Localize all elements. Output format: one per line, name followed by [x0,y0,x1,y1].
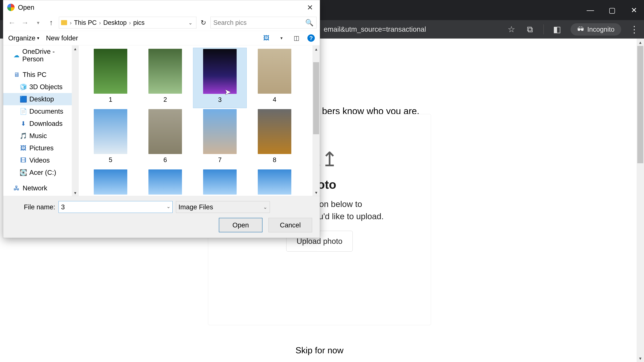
scroll-down-icon[interactable]: ▾ [636,355,644,362]
file-item-7[interactable]: 7 [193,108,247,168]
tree-label: Network [23,184,47,192]
window-close-button[interactable]: ✕ [629,5,639,15]
scroll-up-icon[interactable]: ▴ [72,45,78,52]
open-button[interactable]: Open [219,218,262,232]
crumb-pics[interactable]: pics [132,19,146,26]
file-label: 7 [218,156,222,164]
address-bar-text[interactable]: email&utm_source=transactional [324,25,426,33]
tree-item-desktop[interactable]: 🟦Desktop [3,93,78,105]
page-scrollbar[interactable]: ▴ ▾ [636,38,644,362]
divider [544,24,544,34]
nav-forward-button[interactable]: → [20,17,30,28]
chevron-down-icon[interactable]: ⌄ [166,203,170,209]
dialog-footer: File name: ⌄ Image Files ⌄ Open Cancel [3,196,320,238]
file-type-filter[interactable]: Image Files ⌄ [176,201,270,213]
tree-item-downloads[interactable]: ⬇Downloads [3,117,78,130]
view-mode-dropdown[interactable]: ▾ [277,35,286,41]
thumbnail-icon [203,109,237,154]
file-item-6[interactable]: 6 [138,108,192,168]
refresh-button[interactable]: ↻ [199,19,208,26]
tree-scrollbar[interactable]: ▴ ▾ [72,45,78,196]
incognito-indicator[interactable]: 🕶 Incognito [570,23,621,35]
view-mode-button[interactable]: 🖼 [262,35,270,41]
dialog-toolbar: Organize ▾ New folder 🖼 ▾ ◫ ? [3,31,320,45]
scroll-up-icon[interactable]: ▴ [636,38,644,46]
document-icon: 📄 [20,108,27,115]
file-name-input[interactable] [58,201,172,213]
new-folder-button[interactable]: New folder [46,34,78,42]
scroll-down-icon[interactable]: ▾ [72,190,78,196]
file-open-dialog: Open ✕ ← → ▾ ↑ › This PC › Desktop › pic… [3,0,320,238]
tree-label: Music [29,132,47,140]
tree-item-music[interactable]: 🎵Music [3,130,78,142]
tree-item-onedrive[interactable]: ☁OneDrive - Person [3,45,78,65]
dialog-nav-row: ← → ▾ ↑ › This PC › Desktop › pics ⌄ ↻ 🔍 [3,14,320,31]
search-icon[interactable]: 🔍 [305,19,314,27]
nav-back-button[interactable]: ← [6,17,17,28]
breadcrumb[interactable]: › This PC › Desktop › pics ⌄ [59,17,196,28]
file-item-3[interactable]: 3 [193,48,247,108]
tree-label: Pictures [29,144,54,152]
file-item-1[interactable]: 1 [84,48,137,108]
incognito-label: Incognito [587,26,614,33]
window-minimize-button[interactable]: — [585,5,595,15]
folder-icon [61,20,67,25]
download-icon: ⬇ [20,120,27,127]
dialog-body: ☁OneDrive - Person 🖥This PC 🧊3D Objects … [3,45,320,196]
cancel-button[interactable]: Cancel [268,218,312,232]
scroll-down-icon[interactable]: ▾ [312,189,320,196]
dialog-close-button[interactable]: ✕ [304,3,316,12]
search-box[interactable]: 🔍 [210,17,316,28]
file-grid-pane: 1 2 3 4 5 6 7 8 ▴ ▾ [79,45,320,196]
scroll-up-icon[interactable]: ▴ [312,45,320,53]
side-panel-icon[interactable]: ◧ [552,24,562,34]
scroll-thumb[interactable] [313,62,319,134]
tree-item-videos[interactable]: 🎞Videos [3,154,78,166]
chevron-right-icon[interactable]: › [70,19,72,26]
crumb-dropdown-icon[interactable]: ⌄ [187,20,194,26]
crumb-this-pc[interactable]: This PC [73,19,98,26]
tree-item-3d-objects[interactable]: 🧊3D Objects [3,81,78,93]
thumbnail-icon [203,169,237,195]
folder-tree: ☁OneDrive - Person 🖥This PC 🧊3D Objects … [3,45,79,196]
network-icon: 🖧 [13,185,20,192]
file-name-label: File name: [10,203,55,211]
window-maximize-button[interactable]: ▢ [607,5,617,15]
files-scrollbar[interactable]: ▴ ▾ [312,45,320,196]
search-input[interactable] [213,19,305,26]
tree-item-pictures[interactable]: 🖼Pictures [3,142,78,154]
tree-label: Acer (C:) [29,169,56,176]
nav-up-button[interactable]: ↑ [46,17,56,28]
cloud-icon: ☁ [13,52,20,59]
file-item-4[interactable]: 4 [248,48,301,108]
chevron-right-icon[interactable]: › [129,19,131,26]
drive-icon: 💽 [20,169,27,176]
organize-menu[interactable]: Organize ▾ [8,34,39,42]
crumb-desktop[interactable]: Desktop [102,19,128,26]
tree-label: Desktop [29,95,54,103]
file-item-2[interactable]: 2 [138,48,192,108]
help-button[interactable]: ? [308,34,315,42]
preview-pane-button[interactable]: ◫ [292,35,301,41]
thumbnail-icon [148,169,182,195]
chevron-down-icon: ▾ [37,35,39,41]
file-label: 8 [273,156,276,164]
extensions-icon[interactable]: ⧉ [525,24,535,34]
thumbnail-icon [258,109,291,154]
nav-recent-dropdown[interactable]: ▾ [33,17,44,28]
incognito-icon: 🕶 [577,26,584,33]
tree-item-acer-c[interactable]: 💽Acer (C:) [3,166,78,179]
file-item-5[interactable]: 5 [84,108,137,168]
thumbnail-icon [203,49,237,94]
chevron-right-icon[interactable]: › [99,19,101,26]
tree-label: Videos [29,157,50,164]
tree-item-this-pc[interactable]: 🖥This PC [3,68,78,81]
chrome-menu-button[interactable]: ⋮ [630,24,639,35]
tree-item-network[interactable]: 🖧Network [3,182,78,194]
skip-link[interactable]: Skip for now [208,345,431,355]
file-type-label: Image Files [178,203,213,211]
tree-item-documents[interactable]: 📄Documents [3,105,78,117]
scroll-thumb[interactable] [637,46,643,163]
bookmark-star-icon[interactable]: ☆ [506,24,516,34]
file-item-8[interactable]: 8 [248,108,301,168]
